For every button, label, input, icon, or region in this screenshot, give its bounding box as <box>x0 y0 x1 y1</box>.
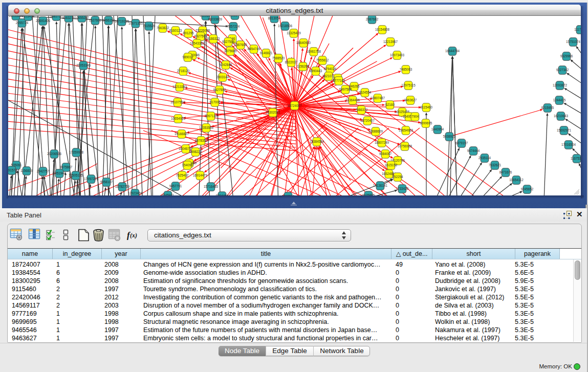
svg-text:15720407: 15720407 <box>360 119 375 122</box>
svg-text:16782759: 16782759 <box>115 185 130 188</box>
svg-text:9245911: 9245911 <box>162 193 175 195</box>
svg-text:21364436: 21364436 <box>345 98 360 102</box>
svg-text:1292346: 1292346 <box>282 194 295 195</box>
svg-text:1117799: 1117799 <box>574 28 581 31</box>
svg-text:7588520: 7588520 <box>272 56 285 60</box>
svg-text:1527602: 1527602 <box>89 18 102 22</box>
svg-text:15716485: 15716485 <box>204 185 219 188</box>
svg-text:8163276: 8163276 <box>62 16 75 19</box>
svg-text:1165844: 1165844 <box>229 16 242 17</box>
svg-text:1733426: 1733426 <box>396 187 409 190</box>
svg-text:9958107: 9958107 <box>100 180 113 184</box>
svg-text:8322037: 8322037 <box>285 60 298 64</box>
svg-text:20691406: 20691406 <box>36 19 51 23</box>
svg-text:19654923: 19654923 <box>399 128 413 132</box>
svg-text:7663822: 7663822 <box>157 26 169 30</box>
svg-text:2935114: 2935114 <box>478 156 491 160</box>
svg-text:8186323: 8186323 <box>207 37 220 40</box>
svg-text:7515526: 7515526 <box>143 24 156 28</box>
svg-text:5938923: 5938923 <box>443 135 456 138</box>
svg-text:9146821: 9146821 <box>260 51 273 55</box>
svg-text:9329966: 9329966 <box>560 54 573 58</box>
svg-text:10671355: 10671355 <box>128 21 143 25</box>
svg-text:7625402: 7625402 <box>176 173 189 177</box>
svg-text:9084067: 9084067 <box>379 152 392 156</box>
svg-text:3267130: 3267130 <box>205 114 217 118</box>
svg-text:10973493: 10973493 <box>390 53 405 57</box>
svg-text:7632621: 7632621 <box>489 163 502 167</box>
svg-text:10107554: 10107554 <box>170 100 185 104</box>
svg-text:1167533: 1167533 <box>571 157 581 160</box>
svg-text:8204466: 8204466 <box>216 194 229 195</box>
svg-text:12923468: 12923468 <box>128 191 143 195</box>
svg-text:7857224: 7857224 <box>227 25 240 28</box>
svg-text:10655287: 10655287 <box>75 16 90 19</box>
svg-text:9242845: 9242845 <box>220 63 232 67</box>
svg-text:12353594: 12353594 <box>199 126 214 129</box>
svg-text:1156819: 1156819 <box>20 169 33 172</box>
svg-text:12213967: 12213967 <box>383 40 398 43</box>
svg-text:8471676: 8471676 <box>499 170 512 174</box>
svg-text:8813054: 8813054 <box>268 16 281 20</box>
svg-text:19218506: 19218506 <box>278 24 293 28</box>
svg-text:9699695: 9699695 <box>420 121 432 125</box>
svg-text:2087682: 2087682 <box>366 17 379 21</box>
svg-text:16640910: 16640910 <box>296 41 311 45</box>
svg-text:15692971: 15692971 <box>557 128 572 132</box>
svg-text:9327503: 9327503 <box>194 34 207 38</box>
svg-text:16033809: 16033809 <box>208 17 223 21</box>
svg-text:(x): (x) <box>130 232 137 239</box>
svg-text:9245652: 9245652 <box>521 187 534 191</box>
svg-text:19166827: 19166827 <box>175 132 189 136</box>
svg-text:7955812: 7955812 <box>316 58 329 62</box>
svg-text:62160: 62160 <box>385 103 395 106</box>
svg-text:16033809: 16033809 <box>9 16 24 17</box>
svg-text:6879197: 6879197 <box>455 141 468 145</box>
svg-text:9227342: 9227342 <box>556 68 569 72</box>
svg-text:16644784: 16644784 <box>445 49 460 53</box>
svg-text:10756928: 10756928 <box>398 144 412 148</box>
svg-text:7986372: 7986372 <box>355 108 368 112</box>
svg-text:8427552: 8427552 <box>213 88 226 92</box>
svg-text:12093872: 12093872 <box>553 83 568 87</box>
svg-text:18724007: 18724007 <box>287 104 302 107</box>
svg-text:10688609: 10688609 <box>368 129 383 133</box>
svg-text:8454749: 8454749 <box>248 47 260 51</box>
svg-text:16543382: 16543382 <box>190 41 205 45</box>
svg-text:10719155: 10719155 <box>115 19 129 23</box>
svg-text:20206536: 20206536 <box>47 152 62 156</box>
svg-text:7904: 7904 <box>411 115 419 118</box>
svg-text:17016504: 17016504 <box>561 143 576 146</box>
svg-text:10807487: 10807487 <box>371 96 385 100</box>
svg-text:20053346: 20053346 <box>76 63 91 67</box>
svg-text:16154808: 16154808 <box>375 28 390 31</box>
svg-text:17957225: 17957225 <box>84 177 99 181</box>
svg-text:1244415: 1244415 <box>553 98 566 102</box>
svg-text:6466160: 6466160 <box>102 18 115 22</box>
svg-text:989012: 989012 <box>182 55 193 59</box>
svg-text:391574: 391574 <box>8 168 17 172</box>
svg-text:16914479: 16914479 <box>193 173 208 177</box>
svg-text:8160123: 8160123 <box>169 29 182 32</box>
svg-text:19384554: 19384554 <box>310 140 324 143</box>
svg-text:2055724: 2055724 <box>16 21 29 25</box>
svg-text:2718120: 2718120 <box>177 69 190 73</box>
svg-text:12213383: 12213383 <box>172 85 187 89</box>
svg-text:7485063: 7485063 <box>400 68 412 71</box>
svg-text:6794024: 6794024 <box>324 67 337 71</box>
svg-text:9115460: 9115460 <box>420 105 433 109</box>
svg-text:17359938: 17359938 <box>69 150 84 154</box>
svg-text:9975867: 9975867 <box>60 165 73 169</box>
svg-text:15751074: 15751074 <box>566 40 581 43</box>
svg-text:9474444: 9474444 <box>467 149 480 152</box>
svg-text:9881737: 9881737 <box>50 16 63 18</box>
svg-text:9463627: 9463627 <box>404 98 417 102</box>
svg-text:1615152: 1615152 <box>385 163 398 167</box>
svg-text:11325419: 11325419 <box>287 31 301 35</box>
svg-text:12975115: 12975115 <box>401 83 416 87</box>
svg-text:3624554: 3624554 <box>359 91 372 94</box>
svg-text:3875685: 3875685 <box>224 49 237 53</box>
svg-text:9457791: 9457791 <box>169 184 182 188</box>
svg-text:6497568: 6497568 <box>339 87 352 91</box>
svg-text:18807249: 18807249 <box>375 141 389 144</box>
